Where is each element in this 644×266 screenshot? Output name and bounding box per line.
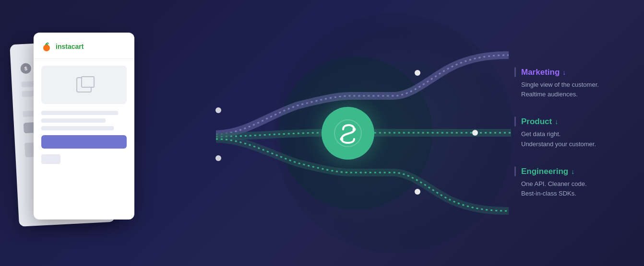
product-desc: Get data right. Understand your customer… <box>514 129 620 150</box>
cf-line-2 <box>41 118 106 123</box>
product-desc-line2: Understand your customer. <box>521 140 596 148</box>
dollar-icon-1: $ <box>20 63 31 74</box>
card-front-body <box>34 59 134 173</box>
product-header: Product ↓ <box>514 117 620 127</box>
card-image-placeholder <box>41 66 127 104</box>
marketing-desc-line1: Single view of the customer. <box>521 81 599 88</box>
engineering-arrow: ↓ <box>571 167 574 175</box>
svg-point-0 <box>43 45 50 51</box>
svg-point-8 <box>340 137 343 140</box>
marketing-desc-line2: Realtime audiences. <box>521 91 578 98</box>
product-label: Product ↓ Get data right. Understand you… <box>514 108 620 158</box>
instacart-logo-text: instacart <box>56 43 83 50</box>
product-arrow: ↓ <box>555 118 558 126</box>
product-desc-line1: Get data right. <box>521 130 561 138</box>
segment-logo-icon <box>334 119 362 148</box>
image-icon <box>76 77 92 93</box>
labels-container: Marketing ↓ Single view of the customer.… <box>514 58 620 208</box>
card-front-lines <box>41 111 127 130</box>
svg-point-5 <box>215 155 221 161</box>
engineering-label: Engineering ↓ One API. Cleaner code. Bes… <box>514 158 620 208</box>
marketing-label: Marketing ↓ Single view of the customer.… <box>514 58 620 108</box>
cf-cta-button <box>41 135 127 149</box>
hub-circle <box>322 107 374 160</box>
card-front-header: instacart <box>34 33 134 59</box>
svg-point-7 <box>352 127 356 131</box>
engineering-header: Engineering ↓ <box>514 166 620 176</box>
product-title: Product <box>521 117 552 127</box>
cf-line-1 <box>41 111 118 115</box>
engineering-desc: One API. Cleaner code. Best-in-class SDK… <box>514 179 620 199</box>
marketing-title: Marketing <box>521 67 560 77</box>
engineering-desc-line1: One API. Cleaner code. <box>521 180 587 187</box>
cards-container: $ $ $ <box>14 33 134 234</box>
marketing-arrow: ↓ <box>562 68 566 76</box>
svg-point-4 <box>215 107 221 113</box>
card-front: instacart <box>34 33 134 220</box>
marketing-header: Marketing ↓ <box>514 67 620 77</box>
engineering-title: Engineering <box>521 166 568 176</box>
marketing-desc: Single view of the customer. Realtime au… <box>514 80 620 100</box>
cf-line-3 <box>41 126 114 130</box>
cf-small-rect-1 <box>41 154 60 164</box>
engineering-desc-line2: Best-in-class SDKs. <box>521 190 576 197</box>
carrot-icon <box>41 41 52 52</box>
scene: $ $ $ <box>0 0 644 266</box>
